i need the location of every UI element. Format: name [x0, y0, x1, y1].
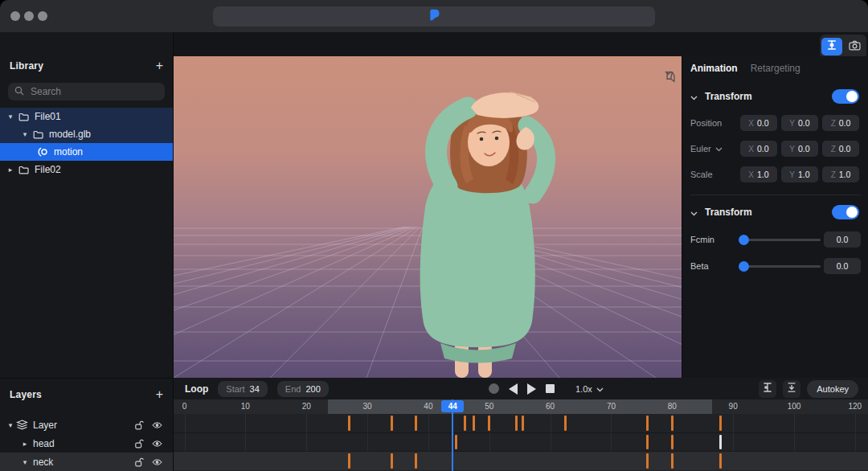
- keyframe[interactable]: [719, 435, 722, 450]
- keyframe[interactable]: [646, 453, 649, 469]
- eye-icon[interactable]: [150, 421, 163, 429]
- euler-y-field[interactable]: Y0.0: [781, 141, 818, 157]
- chevron-down-icon[interactable]: [690, 89, 698, 104]
- titlebar-pill[interactable]: [213, 6, 655, 27]
- keyframe[interactable]: [391, 416, 393, 431]
- eye-icon[interactable]: [150, 458, 163, 466]
- timeline-ruler[interactable]: 0102030405060708090100120: [174, 399, 868, 414]
- beta-label: Beta: [690, 261, 740, 271]
- euler-z-field[interactable]: Z0.0: [822, 141, 859, 157]
- keyframe[interactable]: [488, 416, 490, 431]
- play-button[interactable]: [527, 383, 536, 395]
- keyframe[interactable]: [455, 435, 457, 450]
- layers-add-button[interactable]: +: [156, 388, 163, 401]
- viewport-canvas[interactable]: [174, 56, 682, 378]
- caret-icon[interactable]: ▾: [6, 113, 14, 121]
- eye-icon[interactable]: [150, 440, 163, 448]
- autokey-button[interactable]: Autokey: [807, 380, 858, 398]
- scale-fields: X1.0Y1.0Z1.0: [740, 166, 859, 182]
- fcmin-label: Fcmin: [690, 235, 740, 244]
- euler-label[interactable]: Euler: [690, 144, 740, 154]
- keyframe[interactable]: [348, 416, 350, 431]
- tab-animation[interactable]: Animation: [690, 63, 738, 74]
- filter-toggle[interactable]: [832, 205, 859, 219]
- position-x-field[interactable]: X0.0: [740, 115, 777, 131]
- playback-speed-select[interactable]: 1.0x: [575, 384, 604, 394]
- library-item-file01[interactable]: ▾File01: [0, 108, 173, 125]
- search-box[interactable]: [8, 83, 165, 100]
- keyframe[interactable]: [348, 453, 350, 469]
- track-layer[interactable]: [174, 414, 868, 433]
- caret-icon[interactable]: ▾: [21, 130, 29, 138]
- loop-button[interactable]: Loop: [185, 383, 208, 395]
- library-item-motion[interactable]: motion: [0, 143, 173, 161]
- library-item-file02[interactable]: ▸File02: [0, 161, 173, 178]
- fullscreen-button[interactable]: [38, 11, 47, 21]
- scale-z-field[interactable]: Z1.0: [822, 166, 859, 182]
- search-input[interactable]: [29, 85, 158, 98]
- chevron-down-icon[interactable]: [690, 205, 698, 219]
- keyframe[interactable]: [391, 453, 393, 469]
- track-head[interactable]: [174, 433, 868, 452]
- keyframe[interactable]: [671, 435, 674, 450]
- position-y-field[interactable]: Y0.0: [781, 115, 818, 131]
- caret-icon[interactable]: ▾: [21, 458, 29, 466]
- fcmin-slider[interactable]: [740, 239, 821, 241]
- unlock-icon[interactable]: [133, 439, 145, 448]
- library-add-button[interactable]: +: [156, 59, 163, 72]
- layer-row-neck[interactable]: ▾neck: [0, 453, 173, 471]
- axis-label: Z: [831, 145, 836, 154]
- filter-section-header: Transform: [690, 204, 859, 220]
- end-frame-field[interactable]: End 200: [277, 381, 329, 397]
- tab-retargeting[interactable]: Retargeting: [751, 63, 800, 74]
- transform-toggle[interactable]: [832, 89, 859, 104]
- close-button[interactable]: [10, 11, 20, 21]
- layers-header: Layers +: [0, 385, 173, 404]
- position-z-field[interactable]: Z0.0: [822, 115, 859, 131]
- bake-button[interactable]: [783, 380, 800, 398]
- layer-row-layer[interactable]: ▾Layer: [0, 416, 173, 434]
- keyframe[interactable]: [564, 416, 567, 431]
- slider-thumb[interactable]: [739, 235, 749, 245]
- track-neck[interactable]: [174, 452, 868, 471]
- layer-row-head[interactable]: ▸head: [0, 434, 173, 453]
- unlock-icon[interactable]: [133, 457, 145, 467]
- caret-icon[interactable]: ▸: [6, 166, 14, 174]
- library-item-model-glb[interactable]: ▾model.glb: [0, 125, 173, 143]
- keyframe[interactable]: [464, 416, 466, 431]
- speed-value: 1.0x: [575, 384, 592, 394]
- keyframe[interactable]: [515, 416, 518, 431]
- keyframe[interactable]: [646, 416, 649, 431]
- scale-x-field[interactable]: X1.0: [740, 166, 777, 182]
- pose-editor-button[interactable]: [821, 38, 842, 55]
- keyframe[interactable]: [671, 453, 674, 469]
- insert-keyframe-button[interactable]: [759, 380, 776, 398]
- keyframe[interactable]: [415, 416, 417, 431]
- keyframe[interactable]: [473, 416, 475, 431]
- keyframe[interactable]: [671, 416, 674, 431]
- beta-slider[interactable]: [740, 265, 821, 268]
- keyframe[interactable]: [522, 416, 524, 431]
- caret-icon[interactable]: ▾: [6, 421, 14, 429]
- keyframe[interactable]: [646, 435, 649, 450]
- timeline-tracks[interactable]: [174, 414, 868, 471]
- unlock-icon[interactable]: [133, 420, 145, 430]
- caret-icon[interactable]: ▸: [21, 440, 29, 448]
- keyframe[interactable]: [719, 453, 722, 469]
- minimize-button[interactable]: [24, 11, 34, 21]
- camera-button[interactable]: [844, 38, 865, 55]
- scale-y-field[interactable]: Y1.0: [781, 166, 818, 182]
- ruler-tick-80: 80: [668, 402, 677, 411]
- beta-value-field[interactable]: 0.0: [824, 258, 861, 274]
- stop-button[interactable]: [546, 384, 555, 393]
- record-button[interactable]: [489, 383, 499, 394]
- ruler-visible-range[interactable]: [328, 399, 712, 414]
- slider-thumb[interactable]: [739, 261, 749, 272]
- timeline-tools: Autokey: [759, 378, 858, 399]
- step-back-button[interactable]: [509, 383, 518, 395]
- keyframe[interactable]: [415, 453, 417, 469]
- euler-x-field[interactable]: X0.0: [740, 141, 777, 157]
- fcmin-value-field[interactable]: 0.0: [824, 231, 861, 248]
- start-frame-field[interactable]: Start 34: [218, 381, 267, 397]
- keyframe[interactable]: [719, 416, 722, 431]
